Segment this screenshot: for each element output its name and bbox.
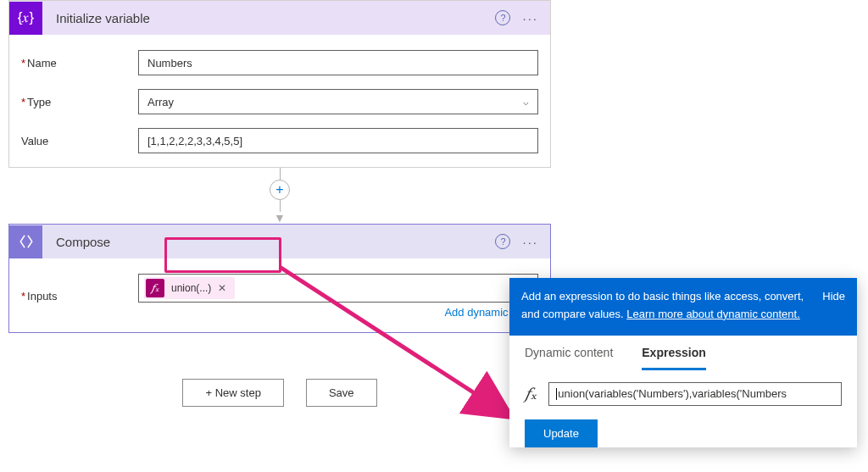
tab-expression[interactable]: Expression <box>642 346 705 370</box>
fx-icon: 𝑓ₓ <box>525 385 537 403</box>
name-input[interactable]: Numbers <box>138 50 538 75</box>
variable-icon: {𝑥} <box>9 2 42 35</box>
inputs-label: *Inputs <box>21 290 138 303</box>
expression-flyout: Add an expression to do basic things lik… <box>509 278 857 447</box>
card-body: *Inputs 𝑓ₓ union(...) ✕ Add dynamic cont… <box>9 258 550 332</box>
token-label: union(...) <box>171 282 211 294</box>
connector: + ▼ <box>8 168 551 224</box>
add-step-icon[interactable]: + <box>270 180 290 200</box>
type-select[interactable]: Array ⌵ <box>138 89 538 114</box>
card-title: Initialize variable <box>42 11 495 25</box>
expression-token[interactable]: 𝑓ₓ union(...) ✕ <box>144 277 235 299</box>
value-input[interactable]: [1,1,2,2,2,3,3,4,5,5] <box>138 128 538 153</box>
initialize-variable-card: {𝑥} Initialize variable ? ··· *Name Numb… <box>8 0 551 168</box>
update-button[interactable]: Update <box>525 419 598 447</box>
card-title: Compose <box>42 235 495 249</box>
tab-dynamic-content[interactable]: Dynamic content <box>525 346 613 370</box>
card-header[interactable]: {𝑥} Initialize variable ? ··· <box>9 1 550 35</box>
save-button[interactable]: Save <box>306 379 377 407</box>
tabs: Dynamic content Expression <box>509 336 857 370</box>
new-step-button[interactable]: + New step <box>182 379 283 407</box>
card-body: *Name Numbers *Type Array ⌵ Value [1,1,2… <box>9 35 550 167</box>
chevron-down-icon: ⌵ <box>523 97 529 108</box>
value-label: Value <box>21 135 138 147</box>
name-label: *Name <box>21 57 138 69</box>
more-icon[interactable]: ··· <box>522 11 542 25</box>
help-icon[interactable]: ? <box>495 10 510 25</box>
learn-more-link[interactable]: Learn more about dynamic content. <box>626 308 800 320</box>
close-icon[interactable]: ✕ <box>218 282 226 294</box>
expression-input[interactable]: union(variables('Numbers'),variables('Nu… <box>548 382 842 406</box>
card-header[interactable]: Compose ? ··· <box>9 225 550 258</box>
flyout-banner: Add an expression to do basic things lik… <box>509 278 857 336</box>
compose-card: Compose ? ··· *Inputs 𝑓ₓ union(...) ✕ Ad… <box>8 224 551 333</box>
hide-button[interactable]: Hide <box>822 288 845 324</box>
fx-icon: 𝑓ₓ <box>146 279 164 297</box>
compose-icon <box>9 225 42 258</box>
inputs-input[interactable]: 𝑓ₓ union(...) ✕ <box>138 274 538 303</box>
arrow-down-icon: ▼ <box>274 212 286 224</box>
more-icon[interactable]: ··· <box>522 235 542 249</box>
type-value: Array <box>147 96 174 108</box>
help-icon[interactable]: ? <box>495 234 510 249</box>
type-label: *Type <box>21 96 138 108</box>
